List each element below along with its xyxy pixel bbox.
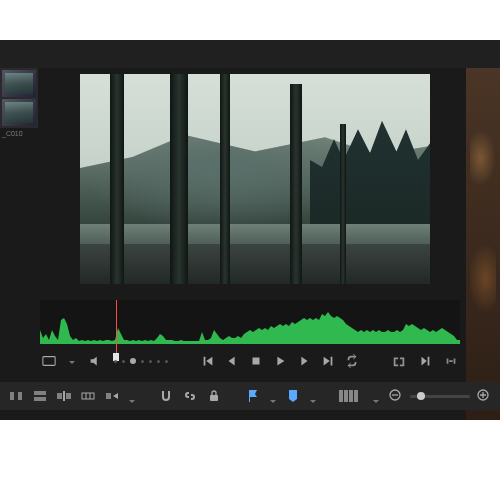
next-frame-button[interactable] <box>297 354 311 368</box>
jog-slider[interactable] <box>114 358 168 364</box>
stop-button[interactable] <box>249 354 263 368</box>
clip-name-label: _C010 <box>2 130 23 137</box>
insert-mode-icon[interactable] <box>80 388 96 404</box>
svg-rect-6 <box>63 391 65 401</box>
zoom-control[interactable] <box>388 388 492 404</box>
flag-icon[interactable] <box>245 388 261 404</box>
mark-in-out-button[interactable] <box>444 354 458 368</box>
svg-rect-8 <box>106 393 111 399</box>
clip-thumbnail[interactable] <box>2 99 36 126</box>
zoom-in-icon[interactable] <box>476 388 492 404</box>
track-select-tool-icon[interactable] <box>32 388 48 404</box>
source-viewer[interactable] <box>80 74 430 284</box>
playhead[interactable] <box>116 300 117 353</box>
viewer-header-bar <box>0 40 500 68</box>
zoom-slider-handle[interactable] <box>417 392 425 400</box>
video-editor-panel: _C010 <box>0 40 500 420</box>
go-to-last-frame-button[interactable] <box>321 354 335 368</box>
svg-rect-2 <box>34 391 46 395</box>
play-button[interactable] <box>273 354 287 368</box>
zoom-out-icon[interactable] <box>388 388 404 404</box>
svg-rect-0 <box>43 357 55 366</box>
snapping-icon[interactable] <box>158 388 174 404</box>
selection-tool-icon[interactable] <box>8 388 24 404</box>
linked-selection-icon[interactable] <box>182 388 198 404</box>
audio-waveform[interactable] <box>40 300 460 344</box>
chevron-down-icon[interactable] <box>68 357 76 365</box>
position-lock-icon[interactable] <box>206 388 222 404</box>
svg-rect-7 <box>82 393 94 399</box>
go-to-next-edit-button[interactable] <box>418 354 432 368</box>
chevron-down-icon[interactable] <box>269 392 277 400</box>
zoom-slider[interactable] <box>410 395 470 398</box>
marker-icon[interactable] <box>285 388 301 404</box>
match-frame-button[interactable] <box>392 354 406 368</box>
svg-rect-5 <box>66 393 71 399</box>
chevron-down-icon[interactable] <box>128 392 136 400</box>
edit-toolbar <box>0 382 500 410</box>
transport-controls <box>40 348 460 374</box>
svg-rect-9 <box>210 395 218 401</box>
go-to-first-frame-button[interactable] <box>201 354 215 368</box>
adjacent-panel <box>466 68 500 420</box>
previous-frame-button[interactable] <box>225 354 239 368</box>
svg-rect-1 <box>253 358 260 365</box>
clip-thumbnail[interactable] <box>2 70 36 97</box>
media-bin[interactable] <box>0 68 38 128</box>
trim-tool-icon[interactable] <box>56 388 72 404</box>
view-options-icon[interactable] <box>339 390 358 402</box>
chevron-down-icon[interactable] <box>309 392 317 400</box>
dynamic-trim-icon[interactable] <box>104 388 120 404</box>
svg-rect-3 <box>34 397 46 401</box>
volume-icon[interactable] <box>88 354 102 368</box>
svg-rect-4 <box>57 393 62 399</box>
loop-button[interactable] <box>345 354 359 368</box>
chevron-down-icon[interactable] <box>372 392 380 400</box>
display-mode-button[interactable] <box>42 354 56 368</box>
